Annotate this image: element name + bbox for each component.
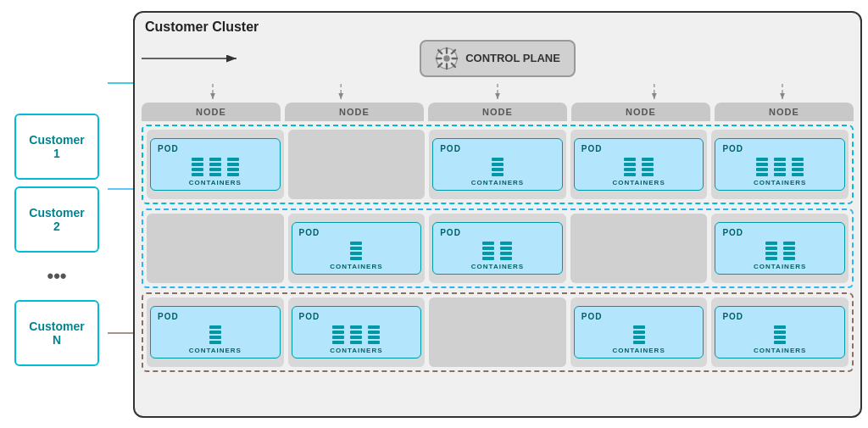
container-icon [764,241,779,261]
container-icon [754,157,770,177]
ns2-cell-4 [570,214,708,283]
control-plane-row: CONTROL PLANE [142,40,854,77]
container-icon [348,325,364,345]
namespace-rows-container: POD [142,125,854,372]
nsn-cell-3 [429,297,566,367]
nsn-pod-1: POD CONTAINERS [150,306,281,359]
customer-1-box: Customer1 [14,114,99,180]
cluster-box: Customer Cluster [133,11,862,418]
ns1-pod-4: POD CONTAINERS [574,138,704,191]
svg-point-6 [443,55,449,61]
container-icon [190,157,205,177]
container-icon [772,157,787,177]
ns2-cell-5: POD CONTAINERS [711,214,849,283]
ns2-cell-2: POD CONTAINERS [288,214,426,283]
nsn-pods: POD CONTAINERS POD [147,297,849,367]
node-header-5: NODE [715,103,854,121]
container-icon [498,241,514,261]
ns1-pod-1: POD [150,138,281,191]
ns1-cell-3: POD CONTAINERS [429,130,566,199]
ns1-pods: POD [147,130,849,199]
ns2-pod-3: POD CONTAINERS [432,222,563,275]
container-icon [208,157,223,177]
container-icon [632,325,647,345]
ns2-label: Customer 2 NAMESPACE [855,210,868,286]
ns2-pods: POD CONTAINERS POD [147,214,849,283]
container-icon [348,241,364,261]
container-icon [331,325,346,345]
control-plane-box: CONTROL PLANE [420,40,576,77]
container-icon [790,157,805,177]
container-icon [225,157,241,177]
ns1-pod-3: POD CONTAINERS [432,138,563,191]
nsn-pod-4: POD CONTAINERS [574,306,704,359]
customer-n-box: CustomerN [14,300,99,366]
ns1-label: Customer 1 NAMESPACE [855,126,868,203]
container-icon [366,325,381,345]
container-icon [622,157,637,177]
ns1-pod-5: POD [715,138,845,191]
container-icon [490,157,505,177]
node-header-1: NODE [142,103,281,121]
cp-arrow-svg [142,50,243,67]
container-icon [772,325,787,345]
k8s-icon [435,47,459,70]
diagram-wrapper: Customer1 Customer2 ••• CustomerN Custom… [6,7,862,422]
container-icon [782,241,797,261]
nsn-cell-5: POD CONTAINERS [711,297,849,367]
nsn-cell-1: POD CONTAINERS [147,297,284,367]
nsn-label: Customer N NAMESPACE [855,294,868,370]
container-icon [640,157,655,177]
cluster-title: Customer Cluster [145,19,854,35]
nsn-row: POD CONTAINERS POD [142,292,854,372]
nsn-pod-5: POD CONTAINERS [715,306,845,359]
container-icon [208,325,223,345]
ns2-row: POD CONTAINERS POD [142,208,854,288]
node-headers: NODE NODE NODE NODE NODE [142,103,854,121]
container-icon [481,241,496,261]
node-header-3: NODE [428,103,567,121]
nsn-cell-2: POD [288,297,426,367]
ns1-row: POD [142,125,854,204]
ns1-cell-1: POD [147,130,284,199]
node-header-2: NODE [285,103,424,121]
cp-to-nodes-svg [142,84,854,103]
nsn-cell-4: POD CONTAINERS [570,297,708,367]
ns1-cell-5: POD [711,130,849,199]
customer-2-box: Customer2 [14,186,99,253]
connector-svg [108,11,133,418]
ns2-pod-5: POD CONTAINERS [715,222,845,275]
ns2-cell-3: POD CONTAINERS [429,214,566,283]
control-plane-label: CONTROL PLANE [465,52,560,64]
customer-list: Customer1 Customer2 ••• CustomerN [6,63,108,366]
nsn-pod-2: POD [292,306,422,359]
ns1-cell-4: POD CONTAINERS [570,130,708,199]
ns2-pod-2: POD CONTAINERS [292,222,422,275]
node-header-4: NODE [571,103,710,121]
dots: ••• [14,259,99,293]
ns2-cell-1 [147,214,284,283]
ns1-cell-2 [288,130,426,199]
